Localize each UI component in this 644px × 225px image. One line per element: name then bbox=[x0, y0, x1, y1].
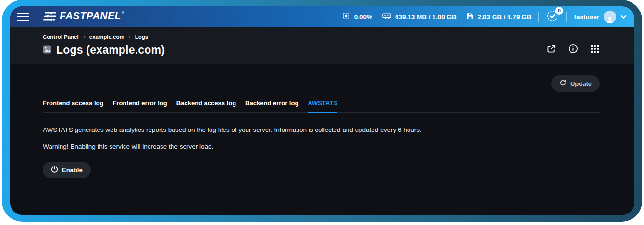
open-in-new-window-button[interactable] bbox=[546, 44, 556, 55]
breadcrumb-logs[interactable]: Logs bbox=[135, 34, 148, 40]
brand-name: FASTPANEL bbox=[60, 10, 121, 22]
grid-dots-icon bbox=[590, 44, 600, 55]
tab-backend-access-log[interactable]: Backend access log bbox=[176, 99, 236, 113]
ram-usage-stat: 639.13 MB / 1.00 GB bbox=[382, 13, 457, 21]
registered-mark: ® bbox=[122, 11, 124, 15]
info-icon bbox=[568, 44, 578, 55]
notifications-button[interactable]: 0 bbox=[546, 10, 559, 24]
breadcrumb: Control Panel › example.com › Logs bbox=[43, 34, 600, 40]
hamburger-menu-icon[interactable] bbox=[17, 13, 29, 21]
app-panel: FASTPANEL ® 0.00% bbox=[10, 6, 634, 215]
topbar-divider bbox=[566, 12, 567, 22]
breadcrumb-site[interactable]: example.com bbox=[89, 34, 124, 40]
ram-usage-value: 639.13 MB / 1.00 GB bbox=[395, 13, 457, 21]
refresh-icon bbox=[559, 79, 567, 88]
user-menu[interactable]: fastuser bbox=[574, 11, 627, 23]
chevron-down-icon bbox=[620, 12, 627, 21]
page-title: Logs (example.com) bbox=[56, 44, 165, 57]
cpu-icon bbox=[342, 12, 350, 22]
username-label: fastuser bbox=[574, 13, 599, 21]
awstats-warning: Warning! Enabling this service will incr… bbox=[43, 142, 600, 152]
notifications-count-badge: 0 bbox=[555, 7, 563, 15]
disk-usage-stat: 2.03 GB / 4.79 GB bbox=[466, 12, 532, 22]
log-tabs: Frontend access log Frontend error log B… bbox=[43, 99, 600, 113]
site-favicon-image-icon bbox=[43, 45, 51, 56]
breadcrumb-control-panel[interactable]: Control Panel bbox=[43, 34, 79, 40]
update-button-label: Update bbox=[570, 80, 592, 87]
topbar: FASTPANEL ® 0.00% bbox=[10, 6, 634, 27]
user-avatar bbox=[604, 11, 616, 23]
enable-button-label: Enable bbox=[62, 166, 83, 174]
tab-frontend-error-log[interactable]: Frontend error log bbox=[112, 99, 167, 113]
cpu-usage-stat: 0.00% bbox=[342, 12, 372, 22]
disk-usage-value: 2.03 GB / 4.79 GB bbox=[478, 13, 532, 21]
apps-grid-button[interactable] bbox=[590, 44, 600, 55]
info-button[interactable] bbox=[568, 44, 578, 55]
enable-button[interactable]: Enable bbox=[43, 162, 91, 178]
tab-backend-error-log[interactable]: Backend error log bbox=[245, 99, 298, 113]
window-frame: FASTPANEL ® 0.00% bbox=[2, 0, 642, 222]
topbar-divider bbox=[538, 12, 539, 22]
breadcrumb-separator: › bbox=[83, 34, 85, 40]
awstats-description: AWSTATS generates web analytics reports … bbox=[43, 125, 600, 135]
ram-icon bbox=[382, 13, 391, 21]
cpu-usage-value: 0.00% bbox=[354, 13, 372, 21]
page-header: Control Panel › example.com › Logs Logs … bbox=[10, 27, 634, 64]
brand-logo[interactable]: FASTPANEL ® bbox=[41, 10, 124, 24]
tab-awstats[interactable]: AWSTATS bbox=[308, 99, 337, 113]
update-button[interactable]: Update bbox=[551, 75, 600, 92]
breadcrumb-separator: › bbox=[129, 34, 131, 40]
disk-icon bbox=[466, 12, 474, 22]
content-area: Update Frontend access log Frontend erro… bbox=[10, 64, 634, 215]
external-link-icon bbox=[546, 44, 556, 55]
tab-frontend-access-log[interactable]: Frontend access log bbox=[43, 99, 103, 113]
fastpanel-logo-icon bbox=[41, 11, 56, 24]
power-icon bbox=[51, 166, 58, 174]
